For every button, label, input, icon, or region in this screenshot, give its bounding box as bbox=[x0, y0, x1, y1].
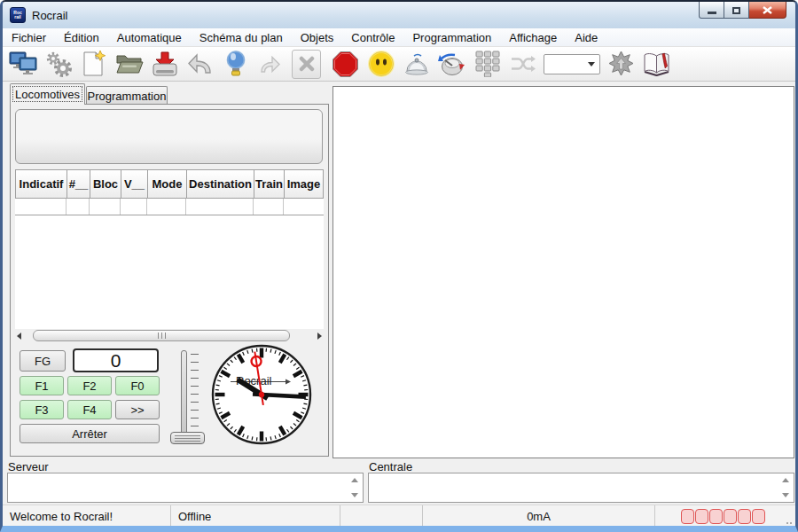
status-cell-3 bbox=[340, 505, 423, 528]
stop-loco-button[interactable]: Arrêter bbox=[20, 424, 160, 443]
step-combo-box[interactable] bbox=[544, 54, 600, 74]
col-adresse[interactable]: #__ bbox=[67, 170, 90, 198]
speed-slider-ticks bbox=[191, 354, 199, 432]
f2-button[interactable]: F2 bbox=[67, 376, 112, 395]
menu-objets[interactable]: Objets bbox=[292, 30, 343, 45]
minimize-icon bbox=[708, 12, 716, 14]
col-mode[interactable]: Mode bbox=[148, 170, 187, 198]
central-log-scrollbar[interactable] bbox=[779, 475, 792, 500]
tab-programmation[interactable]: Programmation bbox=[86, 86, 168, 105]
status-message: Welcome to Rocrail! bbox=[3, 505, 171, 528]
col-vitesse[interactable]: V__ bbox=[121, 170, 148, 198]
locomotives-panel: Indicatif #__ Bloc V__ Mode Destination … bbox=[10, 104, 329, 457]
menu-schema-du-plan[interactable]: Schéma du plan bbox=[191, 30, 292, 45]
bell-button[interactable] bbox=[402, 50, 431, 79]
maximize-icon bbox=[732, 7, 740, 14]
f1-button[interactable]: F1 bbox=[20, 376, 64, 395]
maximize-button[interactable] bbox=[724, 2, 749, 19]
col-bloc[interactable]: Bloc bbox=[90, 170, 121, 198]
led-indicator bbox=[738, 509, 751, 524]
properties-button[interactable] bbox=[43, 50, 73, 79]
status-current: 0mA bbox=[423, 505, 655, 528]
fg-label: FG bbox=[35, 355, 51, 368]
help-book-icon bbox=[642, 52, 671, 76]
speed-value: 0 bbox=[111, 350, 121, 372]
close-button[interactable] bbox=[749, 2, 786, 19]
scroll-left-icon[interactable] bbox=[17, 332, 21, 340]
minimize-button[interactable] bbox=[699, 2, 724, 19]
toolbar bbox=[3, 46, 795, 82]
server-log-scrollbar[interactable] bbox=[348, 475, 361, 500]
led-indicator bbox=[724, 509, 737, 524]
emergency-stop-button[interactable] bbox=[331, 50, 360, 79]
more-functions-button[interactable]: >> bbox=[115, 400, 160, 419]
status-connection: Offline bbox=[171, 505, 340, 528]
speed-slider-handle[interactable] bbox=[170, 432, 205, 444]
delete-x-icon bbox=[299, 56, 315, 72]
f0-button[interactable]: F0 bbox=[115, 376, 160, 395]
f1-label: F1 bbox=[35, 379, 48, 393]
keypad-icon bbox=[475, 51, 500, 77]
menu-aide[interactable]: Aide bbox=[566, 30, 606, 45]
star-badge-icon bbox=[607, 51, 635, 78]
scroll-down-icon[interactable] bbox=[782, 493, 789, 497]
server-log-box[interactable] bbox=[7, 473, 364, 503]
scroll-right-icon[interactable] bbox=[317, 332, 322, 340]
status-led-cell bbox=[655, 505, 795, 528]
menu-affichage[interactable]: Affichage bbox=[500, 30, 566, 45]
f4-label: F4 bbox=[82, 403, 96, 417]
save-button[interactable] bbox=[150, 50, 179, 79]
tab-programmation-label: Programmation bbox=[88, 90, 167, 103]
central-log-box[interactable] bbox=[368, 473, 794, 503]
f3-button[interactable]: F3 bbox=[20, 400, 64, 419]
undo-button[interactable] bbox=[185, 50, 215, 79]
f4-button[interactable]: F4 bbox=[67, 400, 112, 419]
led-indicator bbox=[695, 509, 708, 524]
resize-grip[interactable] bbox=[790, 522, 792, 524]
tab-locomotives-label: Locomotives bbox=[15, 88, 80, 101]
redo-button[interactable] bbox=[256, 50, 286, 79]
scroll-up-icon[interactable] bbox=[351, 478, 358, 482]
tab-locomotives[interactable]: Locomotives bbox=[10, 83, 85, 105]
keypad-button[interactable] bbox=[473, 50, 502, 79]
scroll-up-icon[interactable] bbox=[782, 478, 789, 482]
menu-programmation[interactable]: Programmation bbox=[403, 30, 500, 45]
track-plan-panel[interactable] bbox=[332, 86, 794, 458]
menu-controle[interactable]: Contrôle bbox=[342, 30, 403, 45]
shuffle-icon bbox=[510, 54, 536, 74]
throttle-knob-button[interactable] bbox=[437, 50, 466, 79]
chevron-down-icon bbox=[588, 62, 595, 66]
window-title: Rocrail bbox=[32, 9, 67, 22]
led-indicator bbox=[709, 509, 723, 524]
power-lamp-button[interactable] bbox=[221, 50, 250, 79]
menu-automatique[interactable]: Automatique bbox=[108, 30, 191, 45]
lamp-icon bbox=[226, 51, 246, 77]
scrollbar-thumb[interactable] bbox=[33, 330, 290, 341]
new-file-icon bbox=[82, 51, 106, 77]
horizontal-scrollbar[interactable] bbox=[13, 329, 325, 342]
rocrail-window: Rocrail Rocrail Fichier Édition Automati… bbox=[0, 0, 798, 532]
new-file-button[interactable] bbox=[79, 50, 108, 79]
shuffle-routes-button[interactable] bbox=[508, 50, 537, 79]
table-row[interactable] bbox=[15, 199, 324, 215]
scroll-down-icon[interactable] bbox=[351, 493, 358, 497]
smiley-icon bbox=[368, 51, 395, 77]
col-train[interactable]: Train bbox=[254, 170, 285, 198]
servers-icon bbox=[9, 51, 37, 76]
loco-table-header: Indicatif #__ Bloc V__ Mode Destination … bbox=[15, 169, 324, 199]
col-image[interactable]: Image bbox=[285, 170, 323, 198]
connect-servers-button[interactable] bbox=[8, 50, 37, 79]
speed-slider-track[interactable] bbox=[181, 350, 187, 435]
loco-table[interactable]: Indicatif #__ Bloc V__ Mode Destination … bbox=[15, 169, 324, 329]
col-destination[interactable]: Destination bbox=[187, 170, 254, 198]
power-smiley-button[interactable] bbox=[366, 50, 395, 79]
open-workspace-button[interactable] bbox=[114, 50, 144, 79]
help-button[interactable] bbox=[642, 50, 671, 79]
col-indicatif[interactable]: Indicatif bbox=[16, 170, 67, 198]
led-indicator bbox=[752, 509, 765, 524]
menu-fichier[interactable]: Fichier bbox=[3, 30, 55, 45]
menu-edition[interactable]: Édition bbox=[55, 30, 108, 45]
fg-button[interactable]: FG bbox=[20, 350, 66, 372]
delete-button[interactable] bbox=[292, 50, 321, 79]
auto-mode-button[interactable] bbox=[606, 50, 636, 79]
